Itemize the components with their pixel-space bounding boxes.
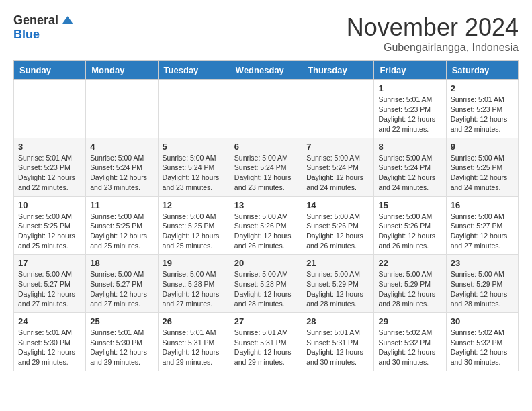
calendar-cell: 23Sunrise: 5:00 AM Sunset: 5:29 PM Dayli… [446, 255, 518, 313]
day-number: 15 [378, 200, 441, 210]
day-info: Sunrise: 5:00 AM Sunset: 5:29 PM Dayligh… [306, 269, 369, 309]
location-subtitle: Gubengairlangga, Indonesia [347, 42, 519, 54]
day-info: Sunrise: 5:00 AM Sunset: 5:28 PM Dayligh… [163, 269, 226, 309]
day-number: 10 [18, 200, 81, 210]
column-header-thursday: Thursday [302, 61, 374, 80]
day-info: Sunrise: 5:00 AM Sunset: 5:25 PM Dayligh… [90, 212, 153, 251]
day-info: Sunrise: 5:00 AM Sunset: 5:24 PM Dayligh… [163, 153, 226, 193]
day-number: 27 [234, 316, 298, 326]
calendar-cell: 13Sunrise: 5:00 AM Sunset: 5:26 PM Dayli… [230, 196, 302, 255]
day-info: Sunrise: 5:00 AM Sunset: 5:27 PM Dayligh… [90, 269, 153, 309]
calendar-cell: 15Sunrise: 5:00 AM Sunset: 5:26 PM Dayli… [374, 196, 446, 255]
month-title: November 2024 [347, 13, 519, 42]
day-info: Sunrise: 5:00 AM Sunset: 5:25 PM Dayligh… [451, 153, 514, 193]
calendar-week-5: 24Sunrise: 5:01 AM Sunset: 5:30 PM Dayli… [14, 313, 519, 371]
calendar-cell: 22Sunrise: 5:00 AM Sunset: 5:29 PM Dayli… [374, 255, 446, 313]
day-info: Sunrise: 5:00 AM Sunset: 5:29 PM Dayligh… [378, 269, 441, 309]
calendar-cell: 20Sunrise: 5:00 AM Sunset: 5:28 PM Dayli… [230, 255, 302, 313]
calendar-cell: 28Sunrise: 5:01 AM Sunset: 5:31 PM Dayli… [302, 313, 374, 371]
calendar-cell [230, 80, 302, 138]
day-info: Sunrise: 5:00 AM Sunset: 5:26 PM Dayligh… [378, 212, 441, 251]
logo: General Blue [13, 13, 73, 42]
day-number: 28 [306, 316, 369, 326]
day-number: 21 [306, 258, 369, 268]
calendar-week-1: 1Sunrise: 5:01 AM Sunset: 5:23 PM Daylig… [14, 80, 519, 138]
calendar-cell [302, 80, 374, 138]
page-header: General Blue November 2024 Gubengairlang… [13, 13, 519, 54]
calendar-table: SundayMondayTuesdayWednesdayThursdayFrid… [13, 60, 519, 371]
day-number: 29 [378, 316, 441, 326]
calendar-cell: 25Sunrise: 5:01 AM Sunset: 5:30 PM Dayli… [86, 313, 158, 371]
calendar-cell: 14Sunrise: 5:00 AM Sunset: 5:26 PM Dayli… [302, 196, 374, 255]
calendar-cell: 21Sunrise: 5:00 AM Sunset: 5:29 PM Dayli… [302, 255, 374, 313]
day-number: 8 [378, 142, 441, 152]
calendar-cell: 30Sunrise: 5:02 AM Sunset: 5:32 PM Dayli… [446, 313, 518, 371]
day-number: 18 [90, 258, 153, 268]
day-info: Sunrise: 5:01 AM Sunset: 5:30 PM Dayligh… [90, 328, 153, 367]
day-number: 5 [163, 142, 226, 152]
calendar-cell: 27Sunrise: 5:01 AM Sunset: 5:31 PM Dayli… [230, 313, 302, 371]
calendar-cell: 6Sunrise: 5:00 AM Sunset: 5:24 PM Daylig… [230, 138, 302, 196]
day-info: Sunrise: 5:01 AM Sunset: 5:30 PM Dayligh… [18, 328, 81, 367]
logo-general-text: General [13, 13, 58, 28]
day-info: Sunrise: 5:00 AM Sunset: 5:26 PM Dayligh… [234, 212, 298, 251]
day-info: Sunrise: 5:01 AM Sunset: 5:31 PM Dayligh… [306, 328, 369, 367]
day-number: 26 [163, 316, 226, 326]
day-number: 16 [451, 200, 514, 210]
calendar-cell: 4Sunrise: 5:00 AM Sunset: 5:24 PM Daylig… [86, 138, 158, 196]
column-header-tuesday: Tuesday [158, 61, 230, 80]
day-number: 25 [90, 316, 153, 326]
column-header-friday: Friday [374, 61, 446, 80]
column-header-sunday: Sunday [14, 61, 86, 80]
day-number: 11 [90, 200, 153, 210]
day-info: Sunrise: 5:00 AM Sunset: 5:24 PM Dayligh… [306, 153, 369, 193]
day-number: 22 [378, 258, 441, 268]
calendar-cell: 18Sunrise: 5:00 AM Sunset: 5:27 PM Dayli… [86, 255, 158, 313]
calendar-cell: 16Sunrise: 5:00 AM Sunset: 5:27 PM Dayli… [446, 196, 518, 255]
day-info: Sunrise: 5:00 AM Sunset: 5:25 PM Dayligh… [18, 212, 81, 251]
column-header-wednesday: Wednesday [230, 61, 302, 80]
day-info: Sunrise: 5:00 AM Sunset: 5:25 PM Dayligh… [163, 212, 226, 251]
calendar-cell: 9Sunrise: 5:00 AM Sunset: 5:25 PM Daylig… [446, 138, 518, 196]
calendar-cell: 7Sunrise: 5:00 AM Sunset: 5:24 PM Daylig… [302, 138, 374, 196]
calendar-week-3: 10Sunrise: 5:00 AM Sunset: 5:25 PM Dayli… [14, 196, 519, 255]
calendar-cell [14, 80, 86, 138]
day-number: 17 [18, 258, 81, 268]
day-info: Sunrise: 5:02 AM Sunset: 5:32 PM Dayligh… [451, 328, 514, 367]
day-info: Sunrise: 5:01 AM Sunset: 5:31 PM Dayligh… [234, 328, 298, 367]
calendar-cell: 11Sunrise: 5:00 AM Sunset: 5:25 PM Dayli… [86, 196, 158, 255]
day-number: 23 [451, 258, 514, 268]
day-number: 9 [451, 142, 514, 152]
calendar-cell: 19Sunrise: 5:00 AM Sunset: 5:28 PM Dayli… [158, 255, 230, 313]
calendar-cell: 26Sunrise: 5:01 AM Sunset: 5:31 PM Dayli… [158, 313, 230, 371]
calendar-cell: 24Sunrise: 5:01 AM Sunset: 5:30 PM Dayli… [14, 313, 86, 371]
calendar-cell: 12Sunrise: 5:00 AM Sunset: 5:25 PM Dayli… [158, 196, 230, 255]
day-number: 7 [306, 142, 369, 152]
day-number: 4 [90, 142, 153, 152]
calendar-week-4: 17Sunrise: 5:00 AM Sunset: 5:27 PM Dayli… [14, 255, 519, 313]
day-info: Sunrise: 5:00 AM Sunset: 5:24 PM Dayligh… [234, 153, 298, 193]
column-header-saturday: Saturday [446, 61, 518, 80]
day-number: 2 [451, 83, 514, 93]
logo-icon [60, 14, 73, 28]
day-number: 3 [18, 142, 81, 152]
calendar-cell [158, 80, 230, 138]
calendar-cell: 8Sunrise: 5:00 AM Sunset: 5:24 PM Daylig… [374, 138, 446, 196]
column-header-monday: Monday [86, 61, 158, 80]
day-info: Sunrise: 5:01 AM Sunset: 5:23 PM Dayligh… [18, 153, 81, 193]
day-info: Sunrise: 5:00 AM Sunset: 5:29 PM Dayligh… [451, 269, 514, 309]
day-info: Sunrise: 5:01 AM Sunset: 5:31 PM Dayligh… [163, 328, 226, 367]
calendar-cell: 17Sunrise: 5:00 AM Sunset: 5:27 PM Dayli… [14, 255, 86, 313]
day-number: 12 [163, 200, 226, 210]
day-info: Sunrise: 5:00 AM Sunset: 5:26 PM Dayligh… [306, 212, 369, 251]
day-info: Sunrise: 5:01 AM Sunset: 5:23 PM Dayligh… [451, 95, 514, 134]
day-number: 24 [18, 316, 81, 326]
day-number: 20 [234, 258, 298, 268]
day-info: Sunrise: 5:00 AM Sunset: 5:27 PM Dayligh… [451, 212, 514, 251]
day-info: Sunrise: 5:00 AM Sunset: 5:24 PM Dayligh… [378, 153, 441, 193]
title-block: November 2024 Gubengairlangga, Indonesia [347, 13, 519, 54]
logo-blue-text: Blue [13, 28, 40, 42]
calendar-cell: 10Sunrise: 5:00 AM Sunset: 5:25 PM Dayli… [14, 196, 86, 255]
calendar-cell [86, 80, 158, 138]
day-number: 13 [234, 200, 298, 210]
